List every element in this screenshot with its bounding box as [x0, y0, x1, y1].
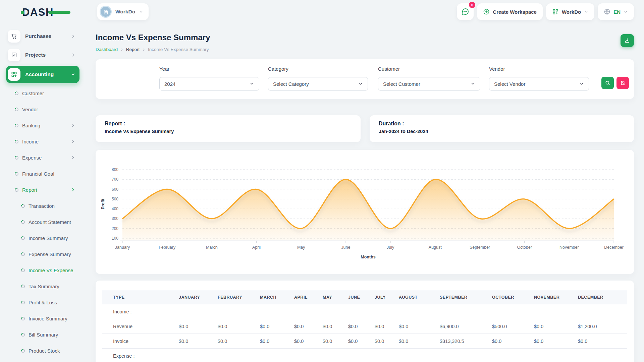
cell-value: $500.0: [492, 319, 534, 334]
download-button[interactable]: [621, 34, 634, 47]
workspace-menu-label: WorkDo: [562, 9, 581, 15]
sidebar-item-purchases[interactable]: Purchases: [6, 28, 79, 44]
bullet-icon: [21, 252, 25, 256]
sidebar-item-vendor[interactable]: Vendor: [6, 101, 79, 117]
sidebar-item-label: Accounting: [25, 71, 54, 77]
grid-plus-icon: [552, 8, 559, 15]
svg-text:September: September: [470, 245, 490, 250]
column-header: OCTOBER: [492, 290, 534, 304]
table-section-row: Expense :: [102, 349, 627, 362]
messages-button[interactable]: 0: [457, 3, 474, 20]
sidebar-item-accounting[interactable]: Accounting: [6, 66, 79, 83]
building-icon: [103, 9, 109, 15]
apply-filter-button[interactable]: [601, 77, 614, 89]
sidebar-item-income[interactable]: Income: [6, 133, 79, 149]
column-header: JULY: [375, 290, 399, 304]
breadcrumb-report[interactable]: Report: [126, 47, 140, 52]
sidebar-item-expense-summary[interactable]: Expense Summary: [6, 246, 79, 262]
sidebar-item-label: Financial Goal: [22, 171, 54, 177]
cell-value: $6,900.0: [440, 319, 492, 334]
svg-text:December: December: [604, 245, 624, 250]
sidebar-item-label: Profit & Loss: [29, 300, 57, 305]
sidebar-item-label: Bill Summary: [29, 332, 58, 338]
app-root: DASH PurchasesProjectsAccountingCustomer…: [0, 0, 644, 362]
sidebar-item-profit-loss[interactable]: Profit & Loss: [6, 294, 79, 310]
year-label: Year: [159, 66, 169, 72]
cell-value: $0.0: [399, 319, 440, 334]
bullet-icon: [15, 140, 18, 143]
svg-text:November: November: [559, 245, 579, 250]
sidebar-item-projects[interactable]: Projects: [6, 47, 79, 63]
customer-select[interactable]: Select Customer: [378, 77, 480, 90]
svg-text:June: June: [341, 245, 350, 250]
sidebar-item-transaction[interactable]: Transaction: [6, 198, 79, 214]
table-header-row: TYPEJANUARYFEBRUARYMARCHAPRILMAYJUNEJULY…: [102, 290, 627, 304]
bullet-icon: [15, 172, 18, 176]
duration-card: Duration : Jan-2024 to Dec-2024: [370, 115, 634, 142]
sidebar-item-invoice-summary[interactable]: Invoice Summary: [6, 310, 79, 326]
cell-value: $0.0: [375, 319, 399, 334]
sidebar-item-cash-flow[interactable]: Cash Flow: [6, 359, 79, 362]
sidebar-item-banking[interactable]: Banking: [6, 117, 79, 133]
sidebar-item-customer[interactable]: Customer: [6, 85, 79, 101]
svg-text:February: February: [159, 245, 176, 250]
cell-value: $0.0: [179, 334, 218, 349]
messages-count-badge: 0: [469, 2, 475, 8]
reset-filter-button[interactable]: [616, 77, 629, 89]
svg-text:700: 700: [112, 177, 118, 182]
bullet-icon: [15, 108, 18, 111]
sidebar-item-label: Report: [22, 187, 37, 193]
svg-text:800: 800: [112, 167, 118, 172]
category-select[interactable]: Select Category: [268, 77, 368, 90]
workspace-switcher[interactable]: WorkDo: [97, 3, 149, 20]
sidebar-item-account-statement[interactable]: Account Statement: [6, 214, 79, 230]
sidebar-item-expense[interactable]: Expense: [6, 149, 79, 166]
bullet-icon: [21, 349, 25, 353]
column-header: DECEMBER: [578, 290, 627, 304]
cell-value: $0.0: [323, 334, 348, 349]
customer-value: Select Customer: [383, 81, 420, 87]
chat-icon: [461, 8, 469, 16]
cell-value: $0.0: [399, 334, 440, 349]
workspace-name: WorkDo: [115, 9, 135, 15]
cell-value: $0.0: [375, 334, 399, 349]
vendor-select[interactable]: Select Vendor: [489, 77, 589, 90]
sidebar-item-product-stock[interactable]: Product Stock: [6, 343, 79, 359]
sidebar-item-label: Product Stock: [29, 348, 60, 354]
sidebar-item-tax-summary[interactable]: Tax Summary: [6, 278, 79, 294]
workspace-avatar: [100, 6, 112, 18]
chevron-down-icon: [358, 81, 363, 86]
cell-value: $0.0: [492, 334, 534, 349]
cell-value: $0.0: [218, 319, 260, 334]
table-body: Income :Revenue$0.0$0.0$0.0$0.0$0.0$0.0$…: [102, 304, 627, 362]
sidebar-item-label: Expense Summary: [29, 251, 71, 257]
download-icon: [624, 38, 630, 44]
sidebar-item-label: Purchases: [25, 33, 51, 39]
create-workspace-button[interactable]: Create Workspace: [477, 3, 543, 20]
app-logo[interactable]: DASH: [22, 5, 72, 19]
year-select[interactable]: 2024: [159, 77, 259, 90]
sidebar-item-income-summary[interactable]: Income Summary: [6, 230, 79, 246]
bullet-icon: [21, 333, 25, 337]
grid-plus-icon: [8, 68, 20, 81]
workspace-menu-button[interactable]: WorkDo: [546, 3, 594, 20]
sidebar-item-income-vs-expense[interactable]: Income Vs Expense: [6, 262, 79, 278]
column-header: APRIL: [294, 290, 323, 304]
row-label: Revenue: [102, 319, 179, 334]
column-header: NOVEMBER: [534, 290, 578, 304]
cell-value: $0.0: [294, 334, 323, 349]
sidebar-item-label: Income Vs Expense: [29, 267, 73, 273]
duration-value: Jan-2024 to Dec-2024: [379, 129, 625, 134]
income-expense-table: TYPEJANUARYFEBRUARYMARCHAPRILMAYJUNEJULY…: [102, 290, 627, 362]
sidebar-item-bill-summary[interactable]: Bill Summary: [6, 326, 79, 343]
language-selector[interactable]: EN: [598, 3, 634, 20]
summary-cards: Report : Income Vs Expense Summary Durat…: [96, 115, 634, 142]
table-row: Revenue$0.0$0.0$0.0$0.0$0.0$0.0$0.0$0.0$…: [102, 319, 627, 334]
cell-value: $0.0: [578, 334, 627, 349]
svg-text:200: 200: [112, 226, 118, 231]
breadcrumb-dashboard[interactable]: Dashboard: [96, 47, 118, 52]
sidebar-item-financial-goal[interactable]: Financial Goal: [6, 166, 79, 182]
svg-text:400: 400: [112, 206, 118, 211]
sidebar-item-label: Banking: [22, 123, 40, 128]
sidebar-item-report[interactable]: Report: [6, 182, 79, 198]
